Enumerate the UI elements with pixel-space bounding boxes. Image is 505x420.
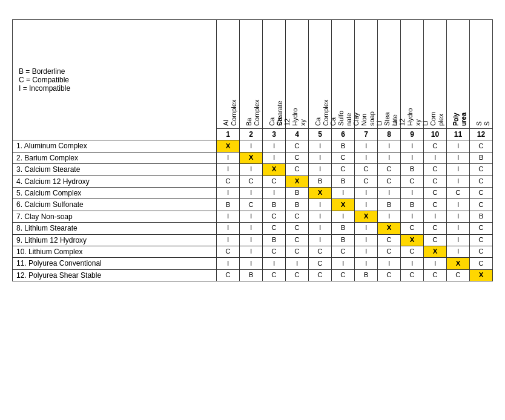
- cell-10-2: I: [240, 246, 263, 257]
- cell-11-6: I: [332, 258, 355, 269]
- row-label-7: 7. Clay Non-soap: [13, 211, 217, 222]
- cell-2-12: B: [470, 152, 493, 163]
- cell-6-12: C: [470, 199, 493, 211]
- cell-7-11: I: [447, 211, 470, 222]
- cell-10-8: C: [378, 246, 401, 257]
- cell-11-8: I: [378, 258, 401, 269]
- col-header-12: PolyureaSS: [470, 20, 493, 129]
- cell-2-7: I: [355, 152, 378, 163]
- cell-3-11: I: [447, 164, 470, 176]
- row-label-1: 1. Aluminum Complex: [13, 140, 217, 152]
- cell-6-7: I: [355, 199, 378, 211]
- cell-5-9: I: [401, 187, 424, 199]
- cell-5-4: B: [286, 187, 309, 199]
- cell-4-1: C: [217, 176, 240, 187]
- cell-9-2: I: [240, 234, 263, 246]
- cell-5-1: I: [217, 187, 240, 199]
- col-num-12: 12: [470, 129, 493, 140]
- col-num-10: 10: [424, 129, 447, 140]
- cell-4-6: B: [332, 176, 355, 187]
- cell-3-10: C: [424, 164, 447, 176]
- row-label-3: 3. Calcium Stearate: [13, 164, 217, 176]
- cell-5-2: I: [240, 187, 263, 199]
- cell-8-10: C: [424, 223, 447, 234]
- cell-10-9: C: [401, 246, 424, 257]
- cell-5-8: I: [378, 187, 401, 199]
- col-header-1: AlComplex: [217, 20, 240, 129]
- col-num-8: 8: [378, 129, 401, 140]
- cell-12-8: C: [378, 269, 401, 281]
- row-label-4: 4. Calcium 12 Hydroxy: [13, 176, 217, 187]
- cell-7-7: X: [355, 211, 378, 222]
- cell-8-6: B: [332, 223, 355, 234]
- cell-9-6: B: [332, 234, 355, 246]
- col-num-4: 4: [286, 129, 309, 140]
- cell-2-10: I: [424, 152, 447, 163]
- cell-12-7: B: [355, 269, 378, 281]
- col-header-4: Ca12Hydroxy: [286, 20, 309, 129]
- col-num-2: 2: [240, 129, 263, 140]
- cell-9-10: C: [424, 234, 447, 246]
- table-row: 2. Barium ComplexIXICICIIIIIB: [13, 152, 493, 163]
- col-num-3: 3: [263, 129, 286, 140]
- col-header-6: CaSulfonate: [332, 20, 355, 129]
- col-header-3: CaStearate: [263, 20, 286, 129]
- cell-12-2: B: [240, 269, 263, 281]
- table-row: 9. Lithium 12 HydroxyIIBCIBICXCIC: [13, 234, 493, 246]
- cell-6-1: B: [217, 199, 240, 211]
- cell-1-8: I: [378, 140, 401, 152]
- legend-cell: B = BorderlineC = CompatibleI = Incompat…: [13, 20, 217, 140]
- cell-8-7: I: [355, 223, 378, 234]
- cell-1-3: I: [263, 140, 286, 152]
- cell-6-11: I: [447, 199, 470, 211]
- cell-8-1: I: [217, 223, 240, 234]
- cell-1-5: I: [309, 140, 332, 152]
- cell-2-5: I: [309, 152, 332, 163]
- cell-3-2: I: [240, 164, 263, 176]
- row-label-9: 9. Lithium 12 Hydroxy: [13, 234, 217, 246]
- cell-3-7: C: [355, 164, 378, 176]
- cell-12-1: C: [217, 269, 240, 281]
- cell-4-5: B: [309, 176, 332, 187]
- cell-9-5: I: [309, 234, 332, 246]
- cell-4-11: I: [447, 176, 470, 187]
- cell-7-4: C: [286, 211, 309, 222]
- cell-6-5: I: [309, 199, 332, 211]
- cell-12-9: C: [401, 269, 424, 281]
- cell-9-9: X: [401, 234, 424, 246]
- cell-3-8: C: [378, 164, 401, 176]
- cell-10-7: I: [355, 246, 378, 257]
- cell-9-7: I: [355, 234, 378, 246]
- cell-6-3: B: [263, 199, 286, 211]
- cell-1-10: C: [424, 140, 447, 152]
- cell-11-3: I: [263, 258, 286, 269]
- cell-9-4: C: [286, 234, 309, 246]
- cell-2-8: I: [378, 152, 401, 163]
- col-num-9: 9: [401, 129, 424, 140]
- cell-8-2: I: [240, 223, 263, 234]
- cell-8-5: I: [309, 223, 332, 234]
- cell-3-1: I: [217, 164, 240, 176]
- table-row: 7. Clay Non-soapIICCIIXIIIIB: [13, 211, 493, 222]
- cell-3-9: B: [401, 164, 424, 176]
- cell-11-4: I: [286, 258, 309, 269]
- cell-4-9: C: [401, 176, 424, 187]
- cell-11-1: I: [217, 258, 240, 269]
- cell-3-12: C: [470, 164, 493, 176]
- cell-4-7: C: [355, 176, 378, 187]
- row-label-2: 2. Barium Complex: [13, 152, 217, 163]
- cell-9-8: C: [378, 234, 401, 246]
- table-row: 12. Polyurea Shear StableCBCCCCBCCCCX: [13, 269, 493, 281]
- cell-2-9: I: [401, 152, 424, 163]
- cell-10-3: C: [263, 246, 286, 257]
- compatibility-table: B = BorderlineC = CompatibleI = Incompat…: [12, 19, 493, 281]
- cell-7-9: I: [401, 211, 424, 222]
- cell-8-8: X: [378, 223, 401, 234]
- cell-10-12: C: [470, 246, 493, 257]
- cell-7-2: I: [240, 211, 263, 222]
- cell-11-2: I: [240, 258, 263, 269]
- col-header-2: BaComplex: [240, 20, 263, 129]
- cell-1-6: B: [332, 140, 355, 152]
- col-num-7: 7: [355, 129, 378, 140]
- table-row: 6. Calcium SulfonateBCBBIXIBBCIC: [13, 199, 493, 211]
